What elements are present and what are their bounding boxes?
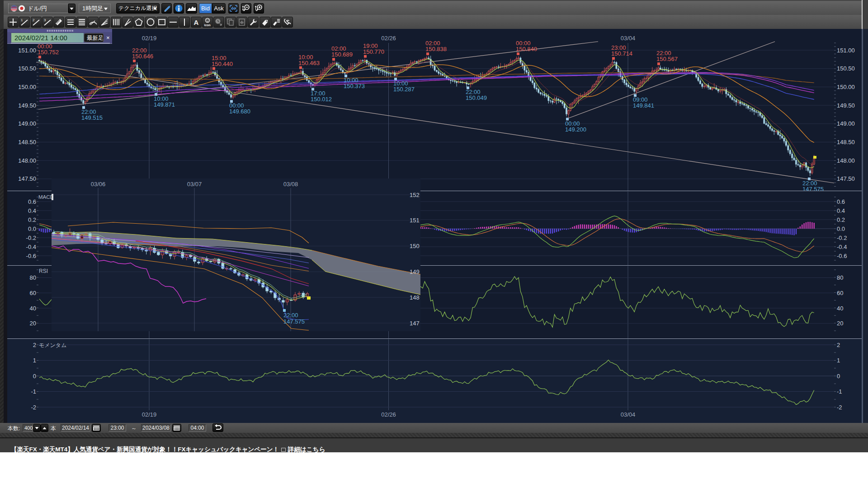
svg-text:60: 60 <box>30 290 36 296</box>
svg-text:148.50: 148.50 <box>18 139 36 145</box>
svg-text:ドル/円: ドル/円 <box>28 5 47 12</box>
svg-text:02/19: 02/19 <box>142 411 157 418</box>
svg-text:03/07: 03/07 <box>187 181 202 188</box>
svg-text:0.6: 0.6 <box>837 198 845 205</box>
svg-text:20: 20 <box>30 320 36 327</box>
svg-text:-1: -1 <box>837 388 842 395</box>
svg-text:149.680: 149.680 <box>229 108 250 115</box>
svg-text:03/06: 03/06 <box>91 181 106 188</box>
svg-text:0.2: 0.2 <box>28 216 36 223</box>
svg-text:150.714: 150.714 <box>611 50 632 57</box>
svg-text:147.50: 147.50 <box>837 175 855 182</box>
svg-text:1: 1 <box>21 18 23 22</box>
svg-text:151.00: 151.00 <box>18 47 36 54</box>
svg-text:-0.2: -0.2 <box>26 235 36 241</box>
svg-text:2: 2 <box>837 342 840 348</box>
svg-text:3: 3 <box>44 18 46 22</box>
svg-text:-0.6: -0.6 <box>837 253 847 259</box>
svg-text:0.2: 0.2 <box>837 216 845 223</box>
svg-text:80: 80 <box>837 274 843 281</box>
svg-text:150.00: 150.00 <box>837 84 855 90</box>
svg-text:20: 20 <box>837 320 843 327</box>
svg-text:150.840: 150.840 <box>516 46 537 52</box>
svg-text:80: 80 <box>30 274 36 281</box>
svg-text:149.841: 149.841 <box>633 102 654 109</box>
svg-text:150.50: 150.50 <box>18 65 36 72</box>
svg-text:モメンタム: モメンタム <box>39 342 66 348</box>
svg-text:150.752: 150.752 <box>38 49 59 56</box>
svg-text:149: 149 <box>410 268 420 275</box>
svg-text:0.4: 0.4 <box>837 207 845 214</box>
svg-text:-1: -1 <box>31 388 36 395</box>
svg-text:-0.4: -0.4 <box>837 244 847 250</box>
svg-text:2: 2 <box>33 342 36 348</box>
svg-text:149.00: 149.00 <box>837 120 855 127</box>
svg-text:151.00: 151.00 <box>837 47 855 54</box>
svg-text:0.4: 0.4 <box>28 207 36 214</box>
svg-text:2: 2 <box>33 18 35 22</box>
svg-text:icon: icon <box>204 23 211 27</box>
svg-text:150.770: 150.770 <box>363 48 384 55</box>
svg-text:147.575: 147.575 <box>802 186 824 192</box>
svg-text:150.440: 150.440 <box>212 61 233 67</box>
svg-text:22:00: 22:00 <box>283 312 298 319</box>
svg-text:150.463: 150.463 <box>298 60 320 66</box>
svg-text:40: 40 <box>837 305 843 312</box>
svg-text:-0.4: -0.4 <box>26 244 36 250</box>
svg-text:0: 0 <box>33 373 36 380</box>
svg-text:147.50: 147.50 <box>18 175 36 182</box>
svg-text:A: A <box>194 19 199 26</box>
svg-text:149.50: 149.50 <box>837 102 855 109</box>
svg-text:-2: -2 <box>837 404 842 411</box>
svg-text:40: 40 <box>30 305 36 312</box>
svg-text:03/04: 03/04 <box>621 35 636 42</box>
svg-text:147: 147 <box>410 320 420 327</box>
svg-text:149.00: 149.00 <box>18 120 36 127</box>
svg-text:150.00: 150.00 <box>18 84 36 90</box>
svg-text:149.200: 149.200 <box>565 126 586 133</box>
svg-text:149.50: 149.50 <box>18 102 36 109</box>
svg-text:02/19: 02/19 <box>142 35 157 42</box>
svg-text:03/04: 03/04 <box>621 411 636 418</box>
svg-text:MACD: MACD <box>38 194 54 200</box>
svg-text:02/26: 02/26 <box>381 35 396 42</box>
svg-text:150.049: 150.049 <box>466 94 487 101</box>
svg-text:148.50: 148.50 <box>837 139 855 145</box>
svg-text:150.012: 150.012 <box>311 96 332 103</box>
svg-text:147.575: 147.575 <box>283 318 305 325</box>
svg-text:148.00: 148.00 <box>837 157 855 164</box>
svg-text:150.646: 150.646 <box>132 53 153 60</box>
svg-text:1: 1 <box>33 357 36 364</box>
svg-text:1: 1 <box>837 357 840 364</box>
svg-text:149.515: 149.515 <box>81 114 103 121</box>
svg-text:150.567: 150.567 <box>656 56 678 62</box>
svg-text:152: 152 <box>410 192 420 198</box>
svg-text:149.871: 149.871 <box>154 101 175 108</box>
svg-text:0.0: 0.0 <box>28 225 36 232</box>
svg-text:×: × <box>106 34 110 41</box>
svg-text:60: 60 <box>837 290 843 296</box>
svg-text:0.6: 0.6 <box>28 198 36 205</box>
svg-text:03/08: 03/08 <box>283 181 298 188</box>
svg-text:最新足: 最新足 <box>87 35 104 41</box>
svg-text:2024/02/21 14:00: 2024/02/21 14:00 <box>14 34 67 42</box>
svg-text:150.838: 150.838 <box>425 46 447 52</box>
svg-text:150.287: 150.287 <box>393 86 415 93</box>
svg-text:0: 0 <box>837 373 840 380</box>
svg-text:-2: -2 <box>31 404 36 411</box>
svg-text:148: 148 <box>410 294 420 301</box>
svg-text:150.373: 150.373 <box>344 83 365 89</box>
svg-text:150.50: 150.50 <box>837 65 855 72</box>
svg-text:RSI: RSI <box>39 268 48 274</box>
svg-text:148.00: 148.00 <box>18 157 36 164</box>
svg-text:0.0: 0.0 <box>837 225 845 232</box>
svg-text:151: 151 <box>410 217 420 224</box>
svg-text:-0.2: -0.2 <box>837 235 847 241</box>
svg-text:-0.6: -0.6 <box>26 253 36 259</box>
svg-text:150.689: 150.689 <box>331 51 353 58</box>
svg-text:150: 150 <box>410 243 420 249</box>
svg-text:02/26: 02/26 <box>381 411 396 418</box>
